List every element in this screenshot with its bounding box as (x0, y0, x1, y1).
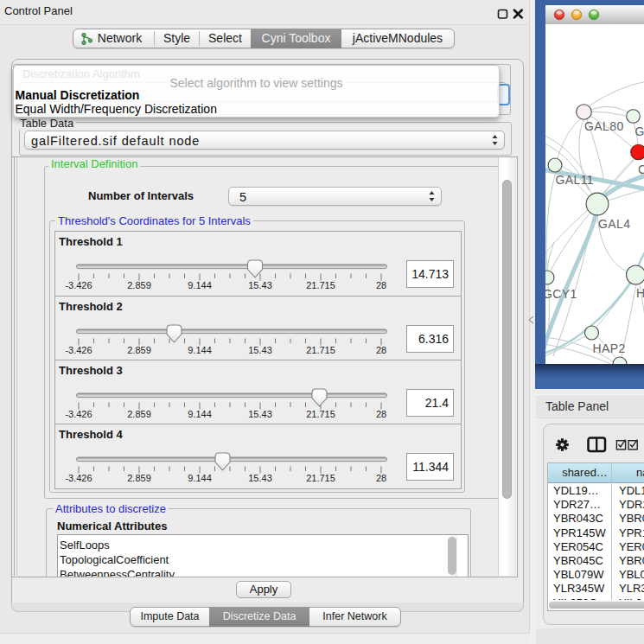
svg-text:GCY1: GCY1 (545, 287, 577, 301)
svg-text:GAL11: GAL11 (556, 173, 595, 187)
svg-text:GAL80: GAL80 (584, 119, 624, 133)
svg-text:H: H (636, 286, 644, 300)
svg-text:GA: GA (635, 124, 644, 138)
svg-text:HAP2: HAP2 (593, 341, 626, 355)
svg-text:C: C (638, 163, 644, 176)
svg-text:GAL4: GAL4 (598, 217, 630, 231)
